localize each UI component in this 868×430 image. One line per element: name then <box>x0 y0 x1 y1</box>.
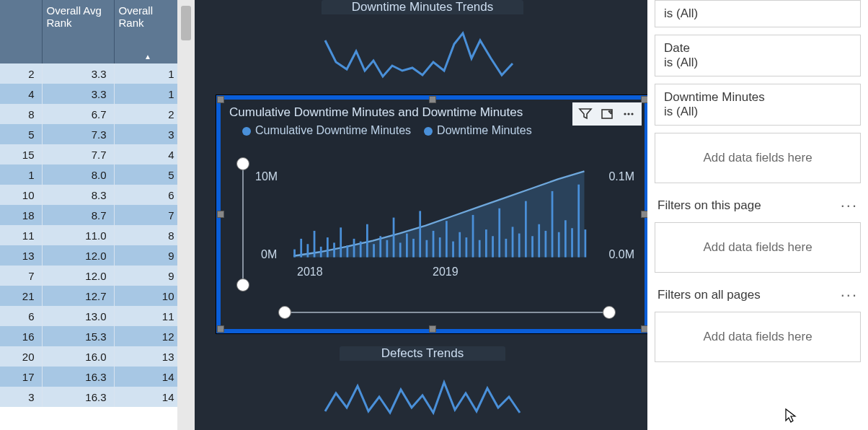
svg-point-3 <box>631 113 633 115</box>
col-header-avg-rank[interactable]: Overall Avg Rank <box>42 0 114 63</box>
x-axis-range-slider[interactable] <box>278 306 616 319</box>
table-cell: 12 <box>114 326 182 346</box>
table-cell: 14 <box>114 387 182 407</box>
legend-dot-icon <box>242 127 251 136</box>
table-cell: 12.7 <box>42 286 114 306</box>
filter-card-date[interactable]: Date is (All) <box>655 35 861 76</box>
table-scrollbar[interactable] <box>177 0 195 430</box>
svg-rect-34 <box>492 236 494 257</box>
table-row[interactable]: 2112.710 <box>0 286 182 306</box>
downtime-trends-sparkline[interactable] <box>322 19 523 91</box>
svg-rect-19 <box>393 218 395 258</box>
table-cell: 9 <box>114 245 182 266</box>
table-row[interactable]: 43.31 <box>0 84 182 104</box>
svg-rect-23 <box>419 211 421 257</box>
slider-knob-right[interactable] <box>603 306 616 319</box>
y-right-tick-bottom: 0.0M <box>608 248 634 261</box>
table-row[interactable]: 1615.312 <box>0 326 182 346</box>
filter-summary: is (All) <box>664 105 851 119</box>
table-cell: 4 <box>114 144 182 164</box>
table-cell: 16.3 <box>42 367 114 387</box>
filter-icon[interactable] <box>575 104 595 124</box>
more-options-icon[interactable] <box>619 104 639 124</box>
table-cell: 7.7 <box>42 144 114 164</box>
legend-dot-icon <box>424 127 433 136</box>
table-cell: 1 <box>114 63 182 84</box>
table-row[interactable]: 613.011 <box>0 306 182 326</box>
table-cell: 1 <box>114 84 182 104</box>
svg-rect-17 <box>379 236 381 257</box>
sort-asc-icon: ▲ <box>144 53 151 61</box>
svg-rect-20 <box>399 242 402 257</box>
legend-item-cumulative[interactable]: Cumulative Downtime Minutes <box>242 124 411 137</box>
table-row[interactable]: 1312.09 <box>0 245 182 266</box>
report-canvas: Downtime Minutes Trends Cumulative Downt… <box>206 0 647 430</box>
table-row[interactable]: 23.31 <box>0 63 182 84</box>
rank-table[interactable]: Overall Avg Rank Overall Rank ▲ 23.3143.… <box>0 0 182 407</box>
table-row[interactable]: 86.72 <box>0 104 182 124</box>
table-row[interactable]: 157.74 <box>0 144 182 164</box>
add-fields-dropzone-all[interactable]: Add data fields here <box>655 312 861 362</box>
svg-rect-46 <box>571 228 573 257</box>
table-row[interactable]: 57.33 <box>0 124 182 144</box>
table-cell: 10 <box>114 286 182 306</box>
table-cell: 7 <box>114 205 182 225</box>
cumulative-downtime-visual[interactable]: Cumulative Downtime Minutes and Downtime… <box>216 95 649 333</box>
svg-rect-36 <box>505 239 508 258</box>
svg-rect-25 <box>433 231 435 258</box>
table-cell: 8 <box>0 104 42 124</box>
table-cell: 3 <box>114 124 182 144</box>
filters-on-this-page-header[interactable]: Filters on this page ··· <box>655 190 861 222</box>
y-axis-range-slider[interactable] <box>236 156 249 293</box>
table-cell: 3.3 <box>42 84 114 104</box>
filters-on-all-pages-header[interactable]: Filters on all pages ··· <box>655 280 861 312</box>
table-row[interactable]: 1716.314 <box>0 367 182 387</box>
filter-field-name: Date <box>664 41 851 56</box>
section-more-icon[interactable]: ··· <box>841 196 858 215</box>
y-left-tick-top: 10M <box>255 170 278 183</box>
table-row[interactable]: 316.314 <box>0 387 182 407</box>
table-row[interactable]: 188.77 <box>0 205 182 225</box>
svg-rect-42 <box>545 231 547 258</box>
svg-rect-30 <box>466 237 468 257</box>
svg-rect-32 <box>479 240 481 258</box>
table-row[interactable]: 712.09 <box>0 266 182 286</box>
table-cell: 14 <box>114 367 182 387</box>
table-cell: 16 <box>0 326 42 346</box>
filter-card-unknown[interactable]: is (All) <box>655 0 861 27</box>
defects-trends-sparkline[interactable] <box>322 368 523 430</box>
table-row[interactable]: 18.05 <box>0 164 182 185</box>
table-cell: 11 <box>0 225 42 245</box>
svg-rect-5 <box>300 239 302 258</box>
slider-knob-top[interactable] <box>236 157 249 170</box>
slider-knob-left[interactable] <box>278 306 291 319</box>
table-row[interactable]: 2016.013 <box>0 346 182 367</box>
svg-point-1 <box>624 113 626 115</box>
mouse-cursor-icon <box>784 408 797 427</box>
table-cell: 11 <box>114 306 182 326</box>
svg-rect-29 <box>459 232 461 258</box>
table-cell: 17 <box>0 367 42 387</box>
col-header-overall-rank[interactable]: Overall Rank ▲ <box>114 0 182 63</box>
svg-rect-14 <box>360 242 362 258</box>
filter-card-downtime-minutes[interactable]: Downtime Minutes is (All) <box>655 84 861 126</box>
svg-rect-48 <box>585 229 587 257</box>
table-cell: 13 <box>0 245 42 266</box>
table-row[interactable]: 108.36 <box>0 185 182 205</box>
table-cell: 20 <box>0 346 42 367</box>
scrollbar-thumb[interactable] <box>181 6 191 40</box>
add-fields-dropzone-visual[interactable]: Add data fields here <box>655 133 861 183</box>
slider-knob-bottom[interactable] <box>236 278 249 291</box>
svg-rect-21 <box>406 234 408 258</box>
filters-pane: is (All) Date is (All) Downtime Minutes … <box>647 0 868 430</box>
table-cell: 7 <box>0 266 42 286</box>
table-cell: 16.0 <box>42 346 114 367</box>
add-fields-dropzone-page[interactable]: Add data fields here <box>655 222 861 273</box>
legend-item-downtime[interactable]: Downtime Minutes <box>424 124 532 137</box>
svg-rect-44 <box>558 232 560 258</box>
svg-point-2 <box>627 113 629 115</box>
table-row[interactable]: 1111.08 <box>0 225 182 245</box>
focus-mode-icon[interactable] <box>597 104 617 124</box>
col-header-blank[interactable] <box>0 0 42 63</box>
section-more-icon[interactable]: ··· <box>841 286 858 304</box>
